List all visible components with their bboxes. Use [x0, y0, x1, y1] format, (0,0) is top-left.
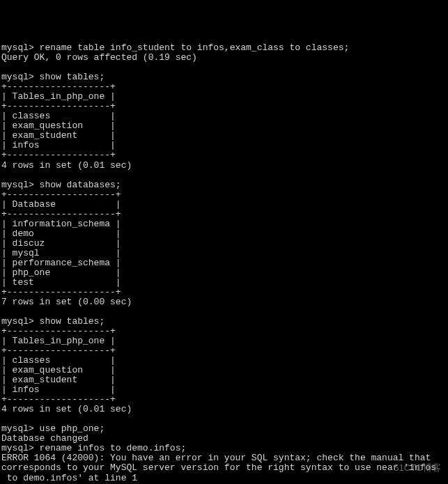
terminal-line: to demo.infos' at line 1: [1, 474, 447, 483]
terminal-line: | exam_question |: [1, 366, 447, 375]
terminal-line: | infos |: [1, 141, 447, 150]
terminal-line: | demo |: [1, 229, 447, 239]
terminal-line: | Database |: [1, 200, 447, 210]
terminal-line: | discuz |: [1, 239, 447, 249]
terminal-line: | Tables_in_php_one |: [1, 92, 447, 102]
terminal-line: Query OK, 0 rows affected (0.19 sec): [1, 53, 447, 63]
terminal-line: | exam_student |: [1, 131, 447, 141]
terminal-line: mysql> show tables;: [1, 317, 447, 327]
terminal-line: | Tables_in_php_one |: [1, 336, 447, 346]
terminal-line: | exam_question |: [1, 121, 447, 131]
terminal-line: +--------------------+: [1, 190, 447, 200]
terminal-line: +-------------------+: [1, 327, 447, 336]
terminal-line: mysql> show tables;: [1, 72, 447, 82]
terminal-line: | information_schema |: [1, 219, 447, 229]
terminal-line: corresponds to your MySQL server version…: [1, 463, 447, 473]
terminal-line: +-------------------+: [1, 102, 447, 111]
terminal-line: | test |: [1, 278, 447, 288]
terminal-line: 4 rows in set (0.01 sec): [1, 161, 447, 171]
terminal-line: 7 rows in set (0.00 sec): [1, 297, 447, 307]
terminal-line: +-------------------+: [1, 395, 447, 405]
terminal-line: [1, 307, 447, 317]
terminal-line: | classes |: [1, 111, 447, 121]
watermark-label: 51CTO博客: [394, 463, 441, 473]
terminal-line: mysql> use php_one;: [1, 424, 447, 434]
terminal-line: +-------------------+: [1, 150, 447, 160]
terminal-line: +-------------------+: [1, 346, 447, 356]
terminal-line: +--------------------+: [1, 210, 447, 219]
terminal-line: mysql> rename table info_student to info…: [1, 43, 447, 53]
terminal-line: 4 rows in set (0.01 sec): [1, 405, 447, 414]
terminal-line: +--------------------+: [1, 288, 447, 297]
terminal-line: | performance_schema |: [1, 258, 447, 268]
terminal-line: | infos |: [1, 385, 447, 395]
terminal-line: [1, 414, 447, 424]
terminal-line: [1, 171, 447, 180]
terminal-line: | classes |: [1, 356, 447, 366]
terminal-line: | mysql |: [1, 249, 447, 258]
terminal-line: Database changed: [1, 434, 447, 444]
terminal-output[interactable]: mysql> rename table info_student to info…: [1, 43, 447, 484]
terminal-line: [1, 63, 447, 72]
terminal-line: mysql> rename infos to demo.infos;: [1, 444, 447, 453]
terminal-line: | php_one |: [1, 268, 447, 278]
terminal-line: ERROR 1064 (42000): You have an error in…: [1, 453, 447, 463]
terminal-line: mysql> show databases;: [1, 180, 447, 190]
terminal-line: | exam_student |: [1, 375, 447, 385]
terminal-line: +-------------------+: [1, 82, 447, 92]
